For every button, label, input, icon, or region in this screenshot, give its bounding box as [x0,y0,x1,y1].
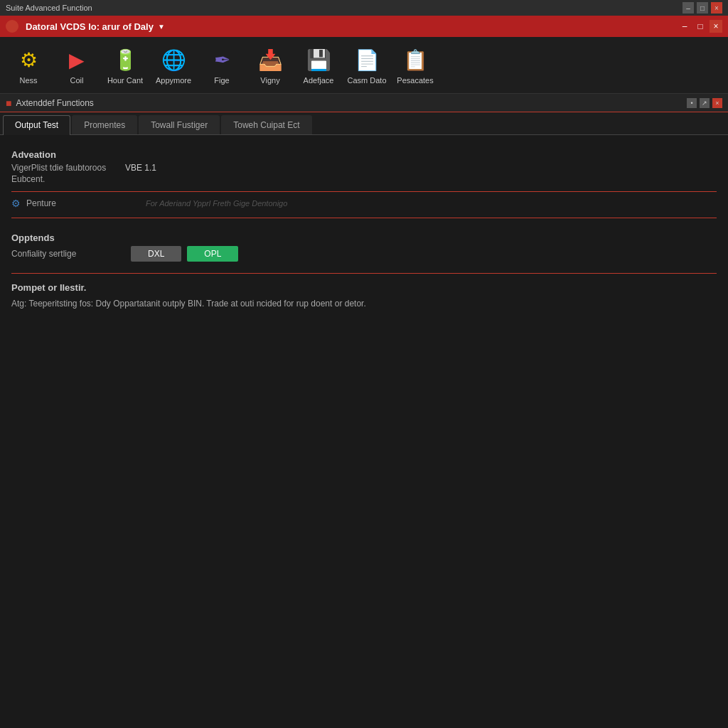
toolbar-item-pesacates[interactable]: 📋 Pesacates [392,41,438,90]
title-bar-controls: – □ × [682,2,722,14]
appymore-label: Appymore [156,76,191,85]
adefjace-label: Adefjace [304,76,334,85]
tab-toweh-cuipat-ect[interactable]: Toweh Cuipat Ect [221,115,311,134]
toolbar-item-adefjace[interactable]: 💾 Adefjace [296,41,341,90]
sub-ctrl-close[interactable]: × [712,98,722,108]
fige-icon: ✒ [208,46,236,75]
app-logo-icon [6,20,18,33]
sub-header-controls: • ↗ × [687,98,722,108]
pesacates-icon: 📋 [401,46,429,75]
tab-promentes[interactable]: Promentes [72,115,137,134]
app-close-button[interactable]: × [710,20,722,33]
vigerlist-value: VBE 1.1 [125,163,156,173]
tab-output-test[interactable]: Output Test [3,115,70,135]
toolbar: ⚙ Ness ▶ Coil 🔋 Hour Cant 🌐 Appymore ✒ F… [0,37,728,94]
adveation-label: Adveation [11,149,717,160]
vigny-label: Vigny [260,76,279,85]
confiality-label: Confiality sertlige [11,249,125,259]
title-bar-text: Suite Advanced Function [6,4,92,12]
opl-button[interactable]: OPL [187,246,238,262]
app-minimize-button[interactable]: – [678,20,691,33]
title-bar: Suite Advanced Function – □ × [0,0,728,16]
feature-label: Penture [26,198,140,208]
app-title-dropdown-icon[interactable]: ▼ [158,23,165,31]
sub-ctrl-btn1[interactable]: • [687,98,697,108]
app-header: Datoral VCDS lo: arur of Daly ▼ – □ × [0,16,728,37]
toolbar-item-vigny[interactable]: 📥 Vigny [247,41,293,90]
sub-header: ■ Axtenddef Functions • ↗ × [0,94,728,112]
vigerlist-row: VigerPlist tdie faubtoroos VBE 1.1 [11,163,717,173]
app-maximize-button[interactable]: □ [694,20,707,33]
toolbar-item-coil[interactable]: ▶ Coil [54,41,100,90]
news-icon: ⚙ [14,46,43,75]
minimize-button[interactable]: – [682,2,694,14]
toolbar-item-appymore[interactable]: 🌐 Appymore [151,41,196,90]
sub-ctrl-btn2[interactable]: ↗ [700,98,710,108]
fige-label: Fige [214,76,229,85]
hourcant-label: Hour Cant [107,76,143,85]
confiality-row: Confiality sertlige DXL OPL [11,246,717,262]
coil-label: Coil [70,76,84,85]
toolbar-item-hourcant[interactable]: 🔋 Hour Cant [102,41,148,90]
close-button[interactable]: × [711,2,722,14]
feature-icon: ⚙ [11,198,21,209]
news-label: Ness [19,76,37,85]
feature-row: ⚙ Penture For Aderiand Ypprl Freth Gige … [11,198,717,209]
opptends-section: Opptends Confiality sertlige DXL OPL [11,227,717,267]
content-area: Adveation VigerPlist tdie faubtoroos VBE… [0,135,728,318]
adefjace-icon: 💾 [304,46,333,75]
sub-header-red-square: ■ [6,97,11,109]
casmdata-icon: 📄 [353,46,381,75]
divider-3 [11,273,717,274]
pesacates-label: Pesacates [397,76,433,85]
toolbar-item-news[interactable]: ⚙ Ness [6,41,51,90]
app-header-controls: – □ × [678,20,722,33]
dxl-button[interactable]: DXL [131,246,181,262]
app-title-text: Datoral VCDS lo: arur of Daly [26,21,154,32]
opptends-label: Opptends [11,232,717,243]
maximize-button[interactable]: □ [697,2,708,14]
pompet-text: Atg: Teeperitsting fos: Ddy Oppartatanit… [11,297,717,310]
tab-bar: Output TestPromentesTowall FustigerToweh… [0,112,728,135]
eubcent-row: Eubcent. [11,174,717,184]
toolbar-item-casmdata[interactable]: 📄 Casm Dato [344,41,390,90]
pompet-title: Pompet or Ilestir. [11,282,717,293]
app-title: Datoral VCDS lo: arur of Daly ▼ [6,20,165,33]
coil-icon: ▶ [63,46,91,75]
divider-2 [11,218,717,218]
divider-1 [11,191,717,192]
appymore-icon: 🌐 [159,46,188,75]
vigny-icon: 📥 [256,46,284,75]
eubcent-label: Eubcent. [11,174,125,184]
vigerlist-label: VigerPlist tdie faubtoroos [11,163,125,173]
sub-header-title: Axtenddef Functions [16,98,93,108]
toolbar-item-fige[interactable]: ✒ Fige [199,41,245,90]
tab-towall-fustiger[interactable]: Towall Fustiger [139,115,220,134]
hourcant-icon: 🔋 [111,46,139,75]
feature-placeholder: For Aderiand Ypprl Freth Gige Dentonigo [146,199,287,208]
casmdata-label: Casm Dato [347,76,386,85]
pompet-section: Pompet or Ilestir. Atg: Teeperitsting fo… [11,282,717,310]
